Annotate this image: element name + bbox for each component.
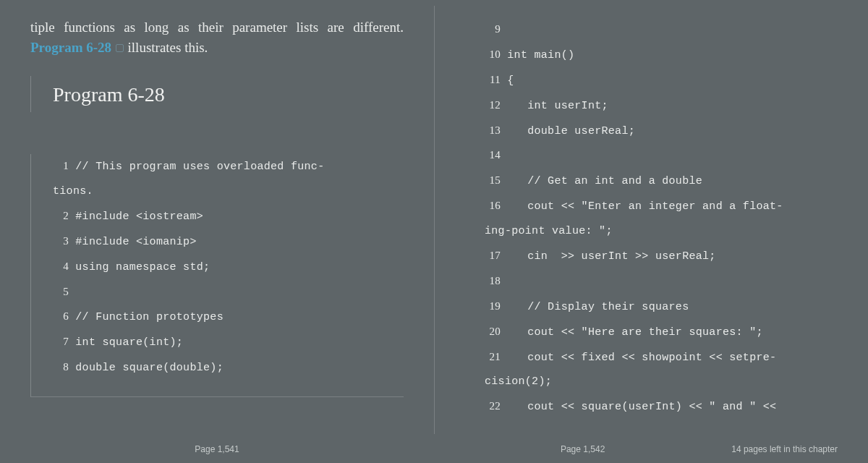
line-number: 9: [485, 17, 501, 42]
code-text: cout << "Enter an integer and a float-: [501, 200, 783, 213]
right-page: 910 int main()11 {12 int userInt;13 doub…: [434, 0, 868, 463]
code-line: 13 double userReal;: [485, 119, 838, 144]
code-text: cout << "Here are their squares: ";: [501, 326, 763, 339]
code-line: 2 #include <iostream>: [53, 204, 404, 229]
line-number: 16: [485, 194, 501, 218]
code-line: 21 cout << fixed << showpoint << setpre-: [485, 345, 838, 370]
program-link[interactable]: Program 6-28: [30, 40, 111, 55]
code-text: #include <iostream>: [69, 211, 203, 223]
line-number: 3: [53, 229, 69, 254]
code-line: 20 cout << "Here are their squares: ";: [485, 320, 838, 345]
code-line: 7 int square(int);: [53, 330, 404, 355]
line-number: 21: [485, 345, 501, 370]
line-number: 2: [53, 204, 69, 229]
line-number: 6: [53, 305, 69, 329]
code-text: {: [501, 75, 514, 87]
code-text: // Get an int and a double: [501, 175, 702, 187]
line-number: 22: [485, 394, 501, 419]
code-line: 22 cout << square(userInt) << " and " <<: [485, 394, 838, 420]
line-number: 7: [53, 330, 69, 354]
code-line-wrap: ing-point value: ";: [485, 219, 838, 244]
code-text: int square(int);: [69, 336, 183, 349]
page-number-left: Page 1,541: [195, 444, 239, 454]
paragraph-intro: tiple functions as long as their paramet…: [30, 17, 404, 57]
code-text: using namespace std;: [69, 261, 210, 273]
code-line: 8 double square(double);: [53, 355, 404, 381]
code-line: 4 using namespace std;: [53, 255, 404, 280]
code-line: 3 #include <iomanip>: [53, 229, 404, 255]
line-number: 5: [53, 280, 69, 305]
page-footer-left: Page 1,541: [0, 444, 434, 454]
code-line: 1 // This program uses overloaded func-: [53, 154, 404, 179]
body-post: illustrates this.: [128, 40, 208, 55]
line-number: 20: [485, 320, 501, 344]
line-number: 12: [485, 93, 501, 118]
code-line-wrap: cision(2);: [485, 370, 838, 394]
code-block-left: 1 // This program uses overloaded func-t…: [30, 154, 404, 397]
body-pre: tiple functions as long as their paramet…: [30, 20, 404, 35]
code-text: // Display their squares: [501, 301, 689, 313]
code-line: 17 cin >> userInt >> userReal;: [485, 244, 838, 269]
line-number: 14: [485, 143, 501, 168]
line-number: 17: [485, 244, 501, 268]
code-text: // Function prototypes: [69, 311, 224, 323]
line-number: 4: [53, 255, 69, 279]
left-page: tiple functions as long as their paramet…: [0, 0, 434, 463]
code-text: int main(): [501, 49, 574, 61]
code-line: 6 // Function prototypes: [53, 305, 404, 330]
code-block-right: 910 int main()11 {12 int userInt;13 doub…: [464, 17, 838, 420]
code-line: 11 {: [485, 68, 838, 93]
code-line: 12 int userInt;: [485, 93, 838, 119]
line-number: 10: [485, 43, 501, 67]
line-number: 13: [485, 119, 501, 143]
code-text: #include <iomanip>: [69, 236, 197, 248]
line-number: 19: [485, 294, 501, 319]
line-number: 15: [485, 169, 501, 193]
line-number: 11: [485, 68, 501, 93]
program-heading: Program 6-28: [30, 76, 404, 112]
code-line: 19 // Display their squares: [485, 294, 838, 320]
line-number: 8: [53, 355, 69, 380]
code-line: 5: [53, 280, 404, 305]
page-number-right: Page 1,542: [434, 444, 731, 454]
line-number: 1: [53, 154, 69, 179]
line-number: 18: [485, 269, 501, 294]
code-text: cout << fixed << showpoint << setpre-: [501, 352, 776, 364]
code-text: cin >> userInt >> userReal;: [501, 250, 716, 263]
code-text: int userInt;: [501, 100, 608, 112]
code-line: 18: [485, 269, 838, 294]
code-text: double userReal;: [501, 125, 635, 137]
code-line: 15 // Get an int and a double: [485, 169, 838, 194]
code-line-wrap: tions.: [53, 179, 404, 204]
code-line: 16 cout << "Enter an integer and a float…: [485, 194, 838, 219]
code-text: double square(double);: [69, 362, 224, 374]
link-icon[interactable]: [116, 44, 124, 52]
code-text: cout << square(userInt) << " and " <<: [501, 401, 776, 413]
code-line: 10 int main(): [485, 43, 838, 68]
page-footer-right: Page 1,542 14 pages left in this chapter: [434, 444, 868, 454]
code-text: // This program uses overloaded func-: [69, 161, 324, 173]
pages-remaining: 14 pages left in this chapter: [731, 444, 838, 454]
code-line: 9: [485, 17, 838, 43]
code-line: 14: [485, 143, 838, 169]
